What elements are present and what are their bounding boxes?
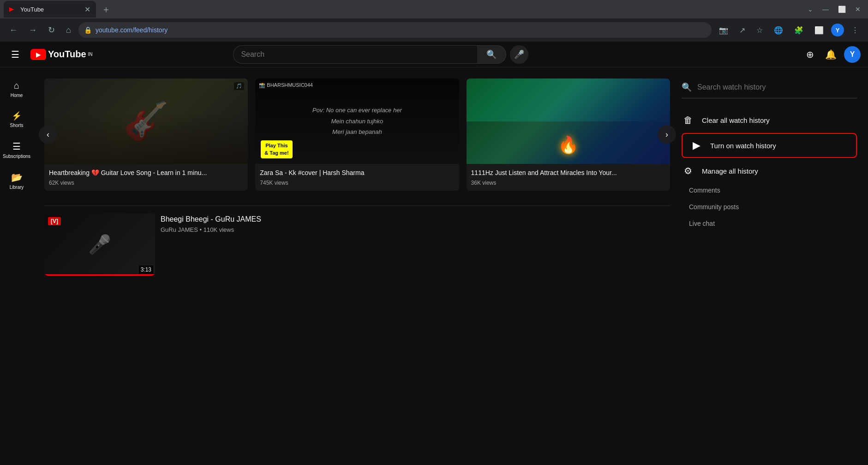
youtube-logo[interactable]: YouTube IN (30, 49, 93, 60)
main-section: ‹ 🎸 🎵 (44, 79, 670, 454)
carousel-video-card-2[interactable]: Pov: No one can ever replace her Mein ch… (255, 79, 459, 191)
play-tag: Play This& Tag me! (261, 140, 292, 158)
list-video-thumb[interactable]: 🎤 [V] 3:13 (44, 213, 155, 276)
list-video-info: Bheegi Bheegi - GuRu JAMES GuRu JAMES • … (161, 213, 670, 276)
library-icon: 📂 (11, 172, 23, 183)
menu-btn[interactable]: ⋮ (848, 24, 862, 36)
extensions-btn[interactable]: 🧩 (790, 24, 807, 36)
youtube-app: ☰ YouTube IN 🔍 🎤 ⊕ 🔔 Y ⌂ Home ⚡ Shorts (0, 42, 868, 465)
address-path: /feed/history (132, 26, 168, 34)
hamburger-menu-button[interactable]: ☰ (7, 45, 23, 64)
sub-actions: Comments Community posts Live chat (682, 182, 857, 232)
clear-history-action[interactable]: 🗑 Clear all watch history (682, 109, 857, 131)
yt-header: ☰ YouTube IN 🔍 🎤 ⊕ 🔔 Y (0, 42, 868, 67)
header-actions: ⊕ 🔔 Y (802, 45, 861, 64)
sidebar-item-library[interactable]: 📂 Library (2, 166, 31, 195)
video-thumb-3: 🔥 (467, 79, 670, 164)
address-domain: youtube.com (96, 26, 132, 34)
search-history-input[interactable] (697, 83, 857, 91)
search-button[interactable]: 🔍 (477, 45, 506, 64)
notifications-button[interactable]: 🔔 (821, 45, 840, 64)
video-thumb-2: Pov: No one can ever replace her Mein ch… (255, 79, 459, 164)
carousel-video-card-3[interactable]: 🔥 1111Hz Just Listen and Attract Miracle… (467, 79, 670, 191)
search-history-bar: 🔍 (682, 82, 857, 98)
comments-action[interactable]: Comments (689, 182, 857, 199)
sidebar-label-home: Home (11, 93, 23, 98)
share-btn[interactable]: ↗ (736, 24, 749, 36)
translate-btn[interactable]: 🌐 (770, 24, 787, 36)
manage-history-label: Manage all history (702, 167, 758, 175)
window-minimize-btn[interactable]: — (819, 4, 832, 15)
carousel-track: 🎸 🎵 Heartbreaking 💔 Guitar Love Song - L… (44, 79, 670, 191)
video-title-3: 1111Hz Just Listen and Attract Miracles … (471, 169, 665, 178)
live-chat-action[interactable]: Live chat (689, 215, 857, 232)
forward-button[interactable]: → (25, 24, 41, 37)
active-tab[interactable]: ▶ YouTube ✕ (4, 1, 96, 18)
manage-history-action[interactable]: ⚙ Manage all history (682, 160, 857, 182)
window-maximize-btn[interactable]: ⬜ (834, 4, 850, 15)
tab-close-btn[interactable]: ✕ (84, 5, 90, 14)
yt-content: ‹ 🎸 🎵 (33, 67, 868, 465)
overlay-line-2: Mein chahun tujhko (312, 116, 402, 127)
video-info-1: Heartbreaking 💔 Guitar Love Song - Learn… (44, 164, 248, 191)
sidebar-label-library: Library (10, 185, 24, 190)
search-input[interactable] (233, 45, 477, 64)
sidebar-item-subscriptions[interactable]: ☰ Subscriptions (2, 135, 31, 164)
video-meta-3: 36K views (471, 180, 665, 186)
back-button[interactable]: ← (6, 24, 21, 37)
screenshot-btn[interactable]: 📷 (715, 24, 732, 36)
window-close-btn[interactable]: ✕ (851, 4, 864, 15)
window-list-btn[interactable]: ⌄ (804, 4, 817, 15)
home-icon: ⌂ (14, 80, 19, 91)
search-history-icon: 🔍 (682, 82, 692, 92)
address-text: youtube.com/feed/history (96, 26, 168, 34)
video-meta-2: 745K views (260, 180, 454, 186)
list-video-channel: GuRu JAMES • 110K views (161, 226, 670, 233)
turn-on-history-label: Turn on watch history (710, 142, 776, 150)
lock-icon: 🔒 (84, 26, 92, 34)
right-panel: 🔍 🗑 Clear all watch history ▶ Turn on wa… (682, 79, 857, 454)
refresh-button[interactable]: ↻ (44, 23, 59, 37)
carousel-video-card-1[interactable]: 🎸 🎵 Heartbreaking 💔 Guitar Love Song - L… (44, 79, 248, 191)
profile-btn[interactable]: Y (831, 24, 844, 36)
play-circle-icon: ▶ (690, 139, 703, 151)
sidebar-label-shorts: Shorts (10, 123, 24, 128)
trash-icon: 🗑 (682, 115, 694, 126)
carousel-next-button[interactable]: › (658, 125, 676, 144)
video-info-3: 1111Hz Just Listen and Attract Miracles … (467, 164, 670, 191)
bookmark-btn[interactable]: ☆ (753, 24, 766, 36)
youtube-country-badge: IN (88, 52, 93, 57)
toolbar-actions: 📷 ↗ ☆ 🌐 🧩 ⬜ Y ⋮ (715, 24, 862, 36)
browser-chrome: ▶ YouTube ✕ ＋ ⌄ — ⬜ ✕ ← → ↻ ⌂ 🔒 youtube.… (0, 0, 868, 42)
search-form: 🔍 🎤 (233, 45, 528, 64)
video-meta-1: 62K views (49, 180, 243, 186)
overlay-line-1: Pov: No one can ever replace her (312, 105, 402, 115)
browser-tabs: ▶ YouTube ✕ ＋ ⌄ — ⬜ ✕ (0, 0, 868, 18)
sidebar-item-shorts[interactable]: ⚡ Shorts (2, 105, 31, 133)
video-thumb-1: 🎸 🎵 (44, 79, 248, 164)
sidebar-item-home[interactable]: ⌂ Home (2, 75, 31, 103)
carousel-prev-button[interactable]: ‹ (39, 125, 57, 144)
mic-button[interactable]: 🎤 (510, 45, 528, 64)
home-button[interactable]: ⌂ (62, 24, 75, 37)
duration-badge: 3:13 (139, 266, 153, 274)
video-title-2: Zara Sa - Kk #cover | Harsh Sharma (260, 169, 454, 178)
yt-main: ⌂ Home ⚡ Shorts ☰ Subscriptions 📂 Librar… (0, 67, 868, 465)
video-carousel: ‹ 🎸 🎵 (44, 79, 670, 191)
subscriptions-icon: ☰ (12, 141, 21, 152)
overlay-line-3: Meri jaan bepanah (312, 127, 402, 137)
sidebar-btn[interactable]: ⬜ (811, 24, 827, 36)
video-info-2: Zara Sa - Kk #cover | Harsh Sharma 745K … (255, 164, 459, 191)
create-button[interactable]: ⊕ (802, 45, 818, 64)
tab-favicon: ▶ (9, 6, 17, 13)
video-list-item-1: 🎤 [V] 3:13 Bheegi Bheegi - GuRu JAMES Gu… (44, 213, 670, 276)
gear-icon: ⚙ (682, 165, 694, 176)
address-bar[interactable]: 🔒 youtube.com/feed/history (78, 22, 712, 38)
user-avatar[interactable]: Y (844, 46, 861, 63)
youtube-logo-text: YouTube (48, 49, 86, 60)
video-title-1: Heartbreaking 💔 Guitar Love Song - Learn… (49, 169, 243, 178)
community-posts-action[interactable]: Community posts (689, 199, 857, 215)
new-tab-button[interactable]: ＋ (98, 1, 114, 18)
turn-on-history-action[interactable]: ▶ Turn on watch history (682, 133, 857, 158)
tab-title: YouTube (20, 6, 81, 13)
